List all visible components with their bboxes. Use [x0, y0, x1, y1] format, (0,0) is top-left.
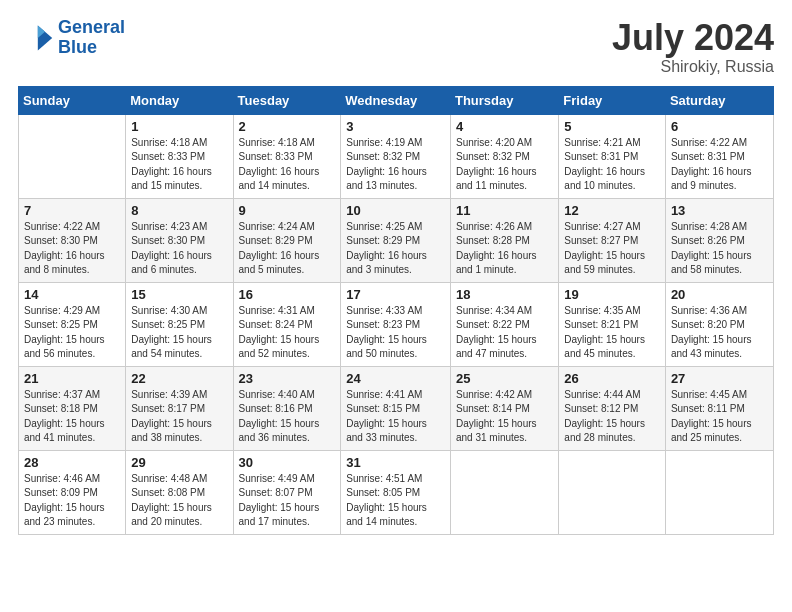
calendar-cell: 12Sunrise: 4:27 AM Sunset: 8:27 PM Dayli… [559, 198, 666, 282]
day-info: Sunrise: 4:46 AM Sunset: 8:09 PM Dayligh… [24, 472, 120, 530]
day-info: Sunrise: 4:37 AM Sunset: 8:18 PM Dayligh… [24, 388, 120, 446]
title-block: July 2024 Shirokiy, Russia [612, 18, 774, 76]
calendar-cell: 20Sunrise: 4:36 AM Sunset: 8:20 PM Dayli… [665, 282, 773, 366]
day-info: Sunrise: 4:25 AM Sunset: 8:29 PM Dayligh… [346, 220, 445, 278]
location: Shirokiy, Russia [612, 58, 774, 76]
header: General Blue July 2024 Shirokiy, Russia [18, 18, 774, 76]
day-number: 21 [24, 371, 120, 386]
day-info: Sunrise: 4:44 AM Sunset: 8:12 PM Dayligh… [564, 388, 660, 446]
calendar-cell: 16Sunrise: 4:31 AM Sunset: 8:24 PM Dayli… [233, 282, 341, 366]
calendar-cell: 2Sunrise: 4:18 AM Sunset: 8:33 PM Daylig… [233, 114, 341, 198]
calendar-cell: 3Sunrise: 4:19 AM Sunset: 8:32 PM Daylig… [341, 114, 451, 198]
calendar-cell: 7Sunrise: 4:22 AM Sunset: 8:30 PM Daylig… [19, 198, 126, 282]
calendar-cell: 31Sunrise: 4:51 AM Sunset: 8:05 PM Dayli… [341, 450, 451, 534]
weekday-header-friday: Friday [559, 86, 666, 114]
calendar-cell [665, 450, 773, 534]
day-number: 15 [131, 287, 227, 302]
day-number: 8 [131, 203, 227, 218]
day-number: 11 [456, 203, 553, 218]
weekday-header-row: SundayMondayTuesdayWednesdayThursdayFrid… [19, 86, 774, 114]
calendar-week-row: 1Sunrise: 4:18 AM Sunset: 8:33 PM Daylig… [19, 114, 774, 198]
day-info: Sunrise: 4:20 AM Sunset: 8:32 PM Dayligh… [456, 136, 553, 194]
calendar-cell: 1Sunrise: 4:18 AM Sunset: 8:33 PM Daylig… [126, 114, 233, 198]
day-info: Sunrise: 4:51 AM Sunset: 8:05 PM Dayligh… [346, 472, 445, 530]
day-number: 27 [671, 371, 768, 386]
day-number: 7 [24, 203, 120, 218]
day-info: Sunrise: 4:22 AM Sunset: 8:30 PM Dayligh… [24, 220, 120, 278]
calendar-cell: 19Sunrise: 4:35 AM Sunset: 8:21 PM Dayli… [559, 282, 666, 366]
calendar-cell: 26Sunrise: 4:44 AM Sunset: 8:12 PM Dayli… [559, 366, 666, 450]
day-info: Sunrise: 4:49 AM Sunset: 8:07 PM Dayligh… [239, 472, 336, 530]
day-info: Sunrise: 4:40 AM Sunset: 8:16 PM Dayligh… [239, 388, 336, 446]
calendar-cell [450, 450, 558, 534]
weekday-header-monday: Monday [126, 86, 233, 114]
calendar-cell: 30Sunrise: 4:49 AM Sunset: 8:07 PM Dayli… [233, 450, 341, 534]
calendar-cell: 13Sunrise: 4:28 AM Sunset: 8:26 PM Dayli… [665, 198, 773, 282]
day-number: 17 [346, 287, 445, 302]
logo-icon [18, 20, 54, 56]
weekday-header-tuesday: Tuesday [233, 86, 341, 114]
day-info: Sunrise: 4:45 AM Sunset: 8:11 PM Dayligh… [671, 388, 768, 446]
day-number: 6 [671, 119, 768, 134]
calendar-cell: 9Sunrise: 4:24 AM Sunset: 8:29 PM Daylig… [233, 198, 341, 282]
calendar-cell: 11Sunrise: 4:26 AM Sunset: 8:28 PM Dayli… [450, 198, 558, 282]
day-number: 9 [239, 203, 336, 218]
calendar-cell: 10Sunrise: 4:25 AM Sunset: 8:29 PM Dayli… [341, 198, 451, 282]
day-number: 10 [346, 203, 445, 218]
day-number: 28 [24, 455, 120, 470]
day-number: 4 [456, 119, 553, 134]
day-number: 2 [239, 119, 336, 134]
calendar-cell: 17Sunrise: 4:33 AM Sunset: 8:23 PM Dayli… [341, 282, 451, 366]
day-info: Sunrise: 4:23 AM Sunset: 8:30 PM Dayligh… [131, 220, 227, 278]
day-info: Sunrise: 4:34 AM Sunset: 8:22 PM Dayligh… [456, 304, 553, 362]
weekday-header-thursday: Thursday [450, 86, 558, 114]
calendar-table: SundayMondayTuesdayWednesdayThursdayFrid… [18, 86, 774, 535]
logo-text: General Blue [58, 18, 125, 58]
day-number: 29 [131, 455, 227, 470]
weekday-header-saturday: Saturday [665, 86, 773, 114]
weekday-header-sunday: Sunday [19, 86, 126, 114]
day-number: 26 [564, 371, 660, 386]
day-info: Sunrise: 4:18 AM Sunset: 8:33 PM Dayligh… [239, 136, 336, 194]
day-info: Sunrise: 4:28 AM Sunset: 8:26 PM Dayligh… [671, 220, 768, 278]
weekday-header-wednesday: Wednesday [341, 86, 451, 114]
day-info: Sunrise: 4:22 AM Sunset: 8:31 PM Dayligh… [671, 136, 768, 194]
day-number: 31 [346, 455, 445, 470]
month-title: July 2024 [612, 18, 774, 58]
day-number: 12 [564, 203, 660, 218]
day-info: Sunrise: 4:19 AM Sunset: 8:32 PM Dayligh… [346, 136, 445, 194]
day-info: Sunrise: 4:35 AM Sunset: 8:21 PM Dayligh… [564, 304, 660, 362]
calendar-cell: 18Sunrise: 4:34 AM Sunset: 8:22 PM Dayli… [450, 282, 558, 366]
day-number: 13 [671, 203, 768, 218]
day-info: Sunrise: 4:41 AM Sunset: 8:15 PM Dayligh… [346, 388, 445, 446]
day-info: Sunrise: 4:24 AM Sunset: 8:29 PM Dayligh… [239, 220, 336, 278]
day-info: Sunrise: 4:29 AM Sunset: 8:25 PM Dayligh… [24, 304, 120, 362]
day-number: 1 [131, 119, 227, 134]
calendar-cell: 23Sunrise: 4:40 AM Sunset: 8:16 PM Dayli… [233, 366, 341, 450]
calendar-cell: 8Sunrise: 4:23 AM Sunset: 8:30 PM Daylig… [126, 198, 233, 282]
calendar-cell: 28Sunrise: 4:46 AM Sunset: 8:09 PM Dayli… [19, 450, 126, 534]
calendar-cell: 14Sunrise: 4:29 AM Sunset: 8:25 PM Dayli… [19, 282, 126, 366]
day-info: Sunrise: 4:30 AM Sunset: 8:25 PM Dayligh… [131, 304, 227, 362]
calendar-cell: 6Sunrise: 4:22 AM Sunset: 8:31 PM Daylig… [665, 114, 773, 198]
day-info: Sunrise: 4:48 AM Sunset: 8:08 PM Dayligh… [131, 472, 227, 530]
day-info: Sunrise: 4:26 AM Sunset: 8:28 PM Dayligh… [456, 220, 553, 278]
day-number: 22 [131, 371, 227, 386]
day-info: Sunrise: 4:33 AM Sunset: 8:23 PM Dayligh… [346, 304, 445, 362]
day-info: Sunrise: 4:18 AM Sunset: 8:33 PM Dayligh… [131, 136, 227, 194]
calendar-week-row: 21Sunrise: 4:37 AM Sunset: 8:18 PM Dayli… [19, 366, 774, 450]
day-info: Sunrise: 4:27 AM Sunset: 8:27 PM Dayligh… [564, 220, 660, 278]
day-number: 20 [671, 287, 768, 302]
day-number: 16 [239, 287, 336, 302]
day-info: Sunrise: 4:42 AM Sunset: 8:14 PM Dayligh… [456, 388, 553, 446]
day-number: 5 [564, 119, 660, 134]
day-number: 3 [346, 119, 445, 134]
calendar-cell: 5Sunrise: 4:21 AM Sunset: 8:31 PM Daylig… [559, 114, 666, 198]
day-info: Sunrise: 4:31 AM Sunset: 8:24 PM Dayligh… [239, 304, 336, 362]
calendar-cell [559, 450, 666, 534]
day-number: 18 [456, 287, 553, 302]
calendar-cell: 27Sunrise: 4:45 AM Sunset: 8:11 PM Dayli… [665, 366, 773, 450]
calendar-cell: 15Sunrise: 4:30 AM Sunset: 8:25 PM Dayli… [126, 282, 233, 366]
calendar-week-row: 14Sunrise: 4:29 AM Sunset: 8:25 PM Dayli… [19, 282, 774, 366]
day-info: Sunrise: 4:39 AM Sunset: 8:17 PM Dayligh… [131, 388, 227, 446]
